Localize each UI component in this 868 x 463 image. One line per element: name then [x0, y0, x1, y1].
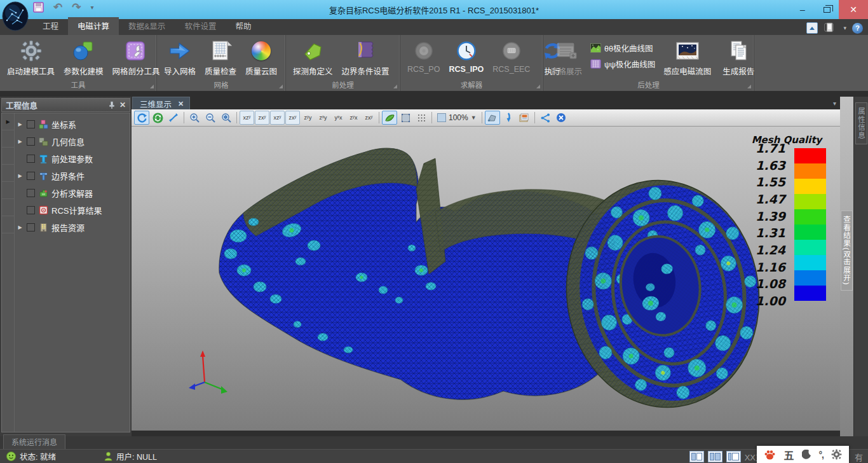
tree-margin-arrow[interactable]: ▶ [2, 113, 14, 130]
ime-gear-icon[interactable] [831, 449, 842, 460]
group-expand-icon[interactable] [393, 85, 397, 88]
collapse-ribbon-icon[interactable] [806, 22, 818, 34]
tree-checkbox[interactable] [27, 137, 35, 146]
tree-checkbox[interactable] [27, 120, 35, 128]
view-preset-2[interactable]: zxʸ [255, 111, 269, 125]
tree-item-geometry-info[interactable]: ▶ 几何信息 [15, 133, 130, 150]
theta-polar-plot-button[interactable]: θθ极化曲线图 [590, 42, 655, 54]
device-icon[interactable] [824, 22, 837, 34]
quality-check-button[interactable]: 质量检查 [200, 37, 241, 77]
probe-angle-button[interactable]: 探测角定义 [288, 37, 337, 77]
generate-report-button[interactable]: 生成报告 [718, 37, 759, 77]
quality-cloud-button[interactable]: 质量云图 [241, 37, 281, 77]
tab-3d-display[interactable]: 三维显示 ✕ [132, 97, 190, 109]
restore-button[interactable] [815, 0, 839, 19]
parametric-modeling-button[interactable]: 参数化建模 [59, 37, 108, 77]
device-dropdown-icon[interactable]: ▾ [843, 25, 846, 31]
view-preset-5[interactable]: zʸy [301, 111, 315, 125]
expand-arrow-icon[interactable]: ▶ [17, 173, 24, 179]
solver-rcs-ipo-button[interactable]: RCS_IPO [444, 37, 488, 74]
view-preset-1[interactable]: xzʸ [240, 111, 254, 125]
tab-close-icon[interactable]: ✕ [178, 100, 184, 108]
view-preset-7[interactable]: yˣx [331, 111, 346, 125]
tree-item-preprocess-params[interactable]: 前处理参数 [15, 150, 130, 167]
table-display-button[interactable]: 表格展示 [546, 37, 587, 77]
layout-split-button[interactable] [708, 451, 722, 462]
tree-checkbox[interactable] [27, 189, 35, 197]
wireframe-points-button[interactable] [414, 111, 429, 125]
shaded-render-button[interactable] [382, 111, 397, 125]
menu-tab-settings[interactable]: 软件设置 [175, 17, 226, 35]
solver-rcs-eec-button[interactable]: RCS_EEC [488, 37, 534, 74]
rotate-view-button[interactable] [134, 111, 149, 125]
ime-paw-icon[interactable] [764, 449, 776, 460]
undo-icon[interactable]: ↶ [53, 2, 62, 13]
tree-item-report-resources[interactable]: ▶ 报告资源 [15, 219, 130, 236]
zoom-level-combo[interactable]: 100% ▼ [435, 111, 479, 125]
tree-item-rcs-results[interactable]: RCS计算结果 [15, 202, 130, 219]
expand-arrow-icon[interactable]: ▶ [17, 225, 24, 230]
ime-wubi-label[interactable]: 五 [783, 447, 794, 462]
zoom-in-button[interactable] [187, 111, 202, 125]
mesh-tool-button[interactable]: 网格剖分工具 [108, 37, 165, 77]
view-preset-9[interactable]: zxʸ [362, 111, 376, 125]
menu-tab-data-display[interactable]: 数据&显示 [119, 17, 175, 35]
layout-left-button[interactable] [689, 451, 704, 462]
photo-icon [675, 38, 700, 64]
group-expand-icon[interactable] [279, 85, 283, 88]
group-expand-icon[interactable] [536, 85, 540, 88]
view-preset-8[interactable]: zʸx [346, 111, 361, 125]
qat-dropdown-icon[interactable]: ▾ [91, 4, 94, 11]
cancel-operation-button[interactable] [553, 111, 569, 125]
tree-item-boundary-conditions[interactable]: ▶ 边界条件 [15, 167, 130, 184]
orbit-mode-button[interactable] [485, 111, 500, 125]
help-icon[interactable]: ? [852, 23, 863, 34]
flat-render-button[interactable] [398, 111, 413, 125]
tree-checkbox[interactable] [27, 155, 35, 163]
tree-checkbox[interactable] [27, 206, 35, 214]
redo-icon[interactable]: ↷ [72, 2, 81, 13]
viewport-3d[interactable]: Mesh Quality 1.71 1.63 1.55 1.47 1.39 1.… [132, 127, 840, 431]
induced-current-button[interactable]: 感应电磁流图 [659, 37, 715, 77]
tree-item-coordinate-system[interactable]: ▶ 坐标系 [15, 116, 130, 133]
launch-modeler-button[interactable]: 启动建模工具 [3, 37, 59, 77]
layout-right-button[interactable] [726, 451, 741, 462]
minimize-button[interactable]: – [790, 0, 815, 19]
expand-arrow-icon[interactable]: ▶ [17, 121, 24, 127]
view-preset-4[interactable]: zxʸ [285, 111, 300, 125]
fit-view-button[interactable] [166, 111, 181, 125]
menu-tab-em-compute[interactable]: 电磁计算 [68, 17, 119, 35]
view-preset-6[interactable]: zˣy [316, 111, 330, 125]
pin-icon[interactable] [108, 101, 116, 109]
system-message-tab[interactable]: 系统运行消息 [3, 434, 65, 449]
results-collapsed-tab[interactable]: 查看结果(双击展开) [841, 211, 853, 291]
view-preset-3[interactable]: xzʸ [270, 111, 285, 125]
tab-list-dropdown-icon[interactable]: ▾ [833, 100, 836, 107]
boundary-setting-button[interactable]: 边界条件设置 [337, 37, 394, 77]
scene-manager-button[interactable] [517, 111, 532, 125]
save-icon[interactable] [33, 2, 44, 13]
project-panel-close-icon[interactable]: ✕ [119, 100, 126, 109]
group-expand-icon[interactable] [150, 85, 154, 88]
zoom-extent-button[interactable] [219, 111, 234, 125]
group-expand-icon[interactable] [747, 85, 751, 88]
solver-rcs-po-button[interactable]: RCS_PO [403, 37, 444, 74]
tree-item-analysis-solver[interactable]: 分析求解器 [15, 184, 130, 202]
psi-polar-plot-button[interactable]: ψψ极化曲线图 [590, 58, 655, 70]
menu-tab-help[interactable]: 帮助 [226, 17, 261, 35]
import-mesh-button[interactable]: 导入网格 [159, 37, 200, 77]
zoom-out-button[interactable] [203, 111, 218, 125]
tree-checkbox[interactable] [27, 172, 35, 180]
property-collapsed-tab[interactable]: 属性信息 [855, 102, 867, 144]
ime-punct-label[interactable]: °, [819, 450, 824, 460]
ime-moon-icon[interactable] [802, 450, 811, 460]
menu-tab-project[interactable]: 工程 [33, 17, 68, 35]
legend-band [794, 163, 826, 179]
app-logo-icon[interactable] [2, 1, 29, 31]
tree-checkbox[interactable] [27, 223, 35, 232]
refresh-view-button[interactable] [150, 111, 165, 125]
share-flow-button[interactable] [538, 111, 553, 125]
close-button[interactable]: ✕ [839, 0, 868, 19]
drop-view-button[interactable] [501, 111, 516, 125]
expand-arrow-icon[interactable]: ▶ [17, 139, 24, 144]
